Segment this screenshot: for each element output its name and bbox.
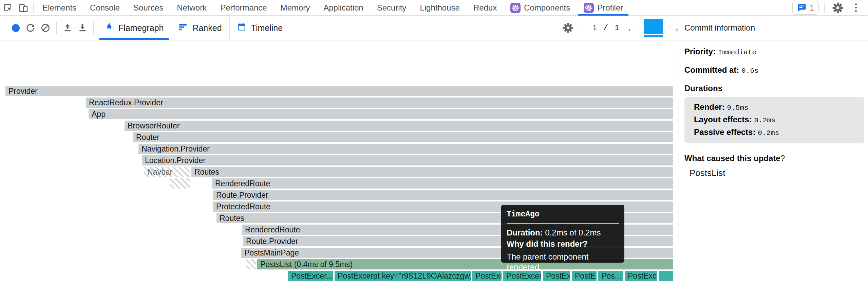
devtools-tab-label: Redux (473, 3, 497, 13)
devtools-tab-label: Console (90, 3, 120, 13)
devtools-tab[interactable]: Profiler (577, 0, 630, 15)
flamegraph-bar-label: ReactRedux.Provider (89, 98, 163, 107)
durations-box: Render: 9.5ms Layout effects: 0.2ms Pass… (684, 97, 864, 143)
flamegraph-bar-label: Location.Provider (145, 156, 206, 165)
flamegraph-bar[interactable]: Pos... (598, 271, 623, 281)
more-options-kebab-icon[interactable] (849, 3, 863, 12)
profiler-view-tab[interactable]: Flamegraph (97, 16, 171, 40)
devtools-tab-label: Network (177, 3, 207, 13)
inspect-element-icon[interactable] (0, 0, 16, 15)
devtools-tab[interactable]: Lighthouse (413, 0, 466, 15)
devtools-tab-label: Elements (42, 3, 76, 13)
devtools-tab[interactable]: Security (370, 0, 413, 15)
flamegraph-bar[interactable]: ReactRedux.Provider (86, 98, 673, 108)
previous-commit-arrow-icon[interactable]: ← (625, 22, 639, 34)
flamegraph-bar[interactable]: PostExcer... (288, 271, 333, 281)
flamegraph-bar-label: ProtectedRoute (216, 202, 270, 211)
devtools-tab-label: Performance (220, 3, 267, 13)
flamegraph-bar-label: PostExcer... (506, 271, 541, 280)
devtools-tab[interactable]: Components (504, 0, 577, 15)
flamegraph-bar[interactable]: Navigation.Provider (138, 144, 673, 154)
flamegraph-bar-label: PostExc... (628, 271, 657, 280)
flamegraph-bar[interactable]: PostExcer... (503, 271, 541, 281)
issues-counter-button[interactable]: 1 (792, 1, 819, 15)
profiler-view-tab[interactable]: Timeline (229, 16, 290, 40)
devtools-tab-label: Profiler (597, 3, 623, 13)
flamegraph-bar-label: PostExc... (475, 271, 502, 280)
devtools-tab[interactable]: Memory (274, 0, 317, 15)
devtools-tab-label: Security (377, 3, 407, 13)
flamegraph-bar[interactable]: Navbar (144, 167, 190, 177)
flamegraph-bar-label: Router (136, 133, 159, 142)
devtools-tab[interactable]: Application (317, 0, 370, 15)
flamegraph-bar[interactable] (659, 271, 673, 281)
record-button[interactable] (8, 20, 23, 35)
tooltip-duration: Duration: 0.2ms of 0.2ms (507, 228, 619, 238)
divider (93, 22, 94, 34)
flamegraph-bar[interactable]: Routes (191, 167, 673, 177)
flamegraph-bar[interactable]: PostExc... (472, 271, 502, 281)
profiler-view-tab-label: Ranked (192, 23, 222, 33)
flamegraph-bar[interactable]: Route.Provider (213, 190, 673, 200)
device-toolbar-icon[interactable] (16, 0, 31, 15)
divider (33, 2, 34, 13)
duration-row: Layout effects: 0.2ms (694, 114, 864, 126)
flamegraph-bar-label: PostE... (575, 271, 597, 280)
flamegraph-bar-label: RenderedRoute (215, 179, 270, 188)
flamegraph-bar[interactable]: PostExcerpt key="r9S12L9OAlazczgw... (335, 271, 471, 281)
devtools-tab[interactable]: Redux (467, 0, 504, 15)
save-profile-icon[interactable] (75, 20, 90, 35)
divider (584, 22, 584, 34)
commit-information-panel: Priority: Immediate Committed at: 0.6s D… (679, 40, 868, 282)
react-badge-icon (584, 3, 594, 13)
devtools-tab[interactable]: Elements (36, 0, 83, 15)
settings-gear-icon[interactable] (830, 0, 846, 15)
tooltip-why-question: Why did this render? (507, 239, 619, 249)
flamegraph-bar-label: BrowserRouter (128, 121, 180, 130)
duration-row: Passive effects: 0.2ms (694, 126, 864, 139)
flamegraph-bar[interactable] (246, 259, 256, 269)
flamegraph-bar-label: PostsList (0.4ms of 9.5ms) (260, 260, 353, 269)
cause-list: PostsList (684, 168, 868, 178)
flamegraph-tooltip: TimeAgo Duration: 0.2ms of 0.2ms Why did… (501, 205, 624, 263)
flamegraph-bar-label: Route.Provider (246, 237, 298, 246)
clear-profiling-data-icon[interactable] (38, 20, 53, 35)
flamegraph-bar[interactable]: Location.Provider (142, 155, 673, 165)
flamegraph-bar[interactable]: RenderedRoute (212, 178, 673, 189)
divider (56, 22, 57, 34)
devtools-tab[interactable]: Performance (213, 0, 273, 15)
profiler-view-tab-label: Timeline (251, 23, 283, 33)
devtools-tab-label: Components (524, 3, 570, 13)
flamegraph-bar-label: Provider (8, 87, 38, 95)
reload-and-profile-icon[interactable] (23, 20, 38, 35)
flamegraph-bar[interactable]: PostE... (572, 271, 597, 281)
flamegraph-bar[interactable]: App (89, 109, 673, 119)
profiler-view-tab[interactable]: Ranked (171, 16, 229, 40)
devtools-tab[interactable]: Sources (127, 0, 170, 15)
devtools-tab-label: Application (323, 3, 363, 13)
tooltip-component-name: TimeAgo (507, 210, 619, 219)
commit-selector-bar[interactable] (644, 19, 663, 37)
flamegraph-bar[interactable] (170, 178, 190, 189)
cause-heading: What caused this update? (684, 154, 868, 163)
flamegraph-bar[interactable]: BrowserRouter (125, 121, 673, 131)
flamegraph-bar-label: RenderedRoute (245, 225, 300, 234)
flamegraph-bar-label: Route.Provider (216, 191, 268, 199)
flamegraph-bar-label: App (92, 110, 106, 119)
profiler-tabs: Flamegraph Ranked (97, 16, 290, 40)
flamegraph-bar-label: PostExcerpt key="r9S12L9OAlazczgw... (338, 271, 471, 280)
priority-row: Priority: Immediate (684, 47, 868, 56)
load-profile-icon[interactable] (60, 20, 75, 35)
devtools-tab[interactable]: Network (170, 0, 213, 15)
flamegraph-bar-label: PostsMainPage (244, 248, 299, 257)
flamegraph-bar[interactable]: Provider (5, 86, 673, 96)
profiler-settings-gear-icon[interactable] (561, 20, 575, 35)
commit-information-title: Commit information (679, 16, 755, 40)
flamegraph-bar[interactable]: Router (133, 132, 673, 142)
flamegraph-bar[interactable]: PostExc... (625, 271, 657, 281)
devtools-tab-bar: Elements Console Sources Network Perform… (0, 0, 868, 16)
flamegraph-bar[interactable]: PostExc... (543, 271, 570, 281)
cause-component-link[interactable]: PostsList (690, 168, 868, 178)
devtools-tab[interactable]: Console (83, 0, 127, 15)
flamegraph-bar-label: Pos... (601, 271, 621, 280)
